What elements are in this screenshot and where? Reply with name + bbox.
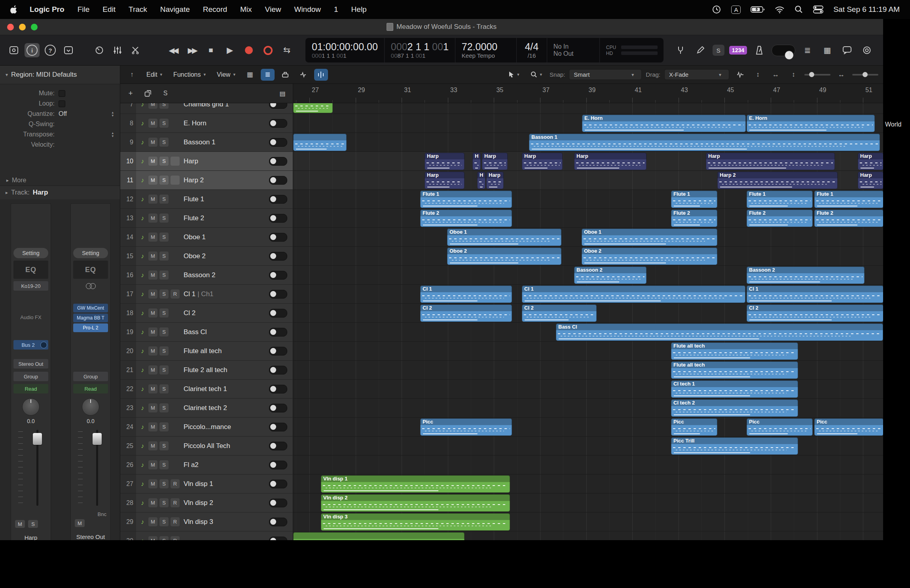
- pan-knob[interactable]: [82, 398, 99, 416]
- mute-button[interactable]: M: [148, 517, 157, 526]
- track-header-options-button[interactable]: ▤: [277, 88, 288, 98]
- solo-button[interactable]: S: [159, 422, 169, 431]
- track-header[interactable]: 16♪MSBassoon 2: [120, 266, 293, 285]
- track-lane[interactable]: Flute 2Flute 2Flute 2Flute 2: [293, 209, 883, 228]
- mute-button[interactable]: M: [148, 138, 157, 147]
- input-source-icon[interactable]: A: [731, 6, 741, 14]
- functions-menu-button[interactable]: Functions ▾: [170, 70, 209, 80]
- solo-mode-button[interactable]: S: [713, 45, 724, 56]
- midi-region[interactable]: Bass Cl: [556, 323, 883, 341]
- track-header[interactable]: 10♪MSHarp: [120, 152, 293, 171]
- track-lane[interactable]: Bassoon 2Bassoon 2: [293, 266, 883, 285]
- mute-button[interactable]: M: [148, 103, 157, 109]
- solo-button[interactable]: S: [159, 308, 169, 318]
- volume-fader[interactable]: [73, 429, 108, 507]
- track-header[interactable]: 14♪MSOboe 1: [120, 228, 293, 247]
- mute-button[interactable]: M: [148, 233, 157, 242]
- solo-button[interactable]: S: [159, 536, 169, 540]
- eq-thumbnail[interactable]: EQ: [13, 261, 48, 279]
- midi-region[interactable]: H: [472, 153, 481, 170]
- midi-region[interactable]: H: [477, 172, 485, 189]
- track-header[interactable]: 8♪MSE. Horn: [120, 114, 293, 133]
- track-inspector-header[interactable]: ▸ Track: Harp: [0, 185, 120, 199]
- track-on-toggle[interactable]: [269, 404, 287, 412]
- midi-region[interactable]: Harp: [486, 172, 504, 189]
- menu-clock[interactable]: Sat Sep 6 11:19 AM: [833, 5, 900, 14]
- battery-icon[interactable]: [751, 6, 765, 13]
- track-header[interactable]: 17♪MSRCl 1| Ch1: [120, 285, 293, 304]
- track-header[interactable]: 7♪MSChambis gnd 1: [120, 103, 293, 114]
- horizontal-auto-zoom-button[interactable]: ↔: [769, 69, 783, 81]
- midi-region[interactable]: Flute 2: [671, 210, 717, 227]
- midi-region[interactable]: [293, 134, 347, 151]
- track-lane[interactable]: Flute all tech: [293, 342, 883, 361]
- plugin-slot[interactable]: GW MixCent: [73, 304, 108, 312]
- track-on-toggle[interactable]: [269, 233, 287, 242]
- track-lane[interactable]: Cl tech 2: [293, 399, 883, 418]
- record-enable-button[interactable]: R: [171, 498, 180, 507]
- midi-region[interactable]: Harp: [574, 153, 646, 170]
- midi-region[interactable]: Picc: [814, 418, 883, 436]
- clear-solo-button[interactable]: S: [160, 88, 171, 98]
- midi-region[interactable]: Harp: [858, 153, 883, 170]
- midi-region[interactable]: E. Horn: [582, 115, 746, 132]
- midi-region[interactable]: Cl 1: [747, 285, 883, 303]
- track-on-toggle[interactable]: [269, 328, 287, 337]
- mute-button[interactable]: M: [148, 119, 157, 128]
- midi-region[interactable]: Cl 1: [420, 285, 512, 303]
- menu-item[interactable]: Edit: [102, 5, 116, 13]
- track-on-toggle[interactable]: [269, 347, 287, 355]
- track-lane[interactable]: E. HornE. Horn: [293, 114, 883, 133]
- track-on-toggle[interactable]: [269, 176, 287, 185]
- midi-region[interactable]: Bassoon 1: [529, 134, 880, 151]
- track-on-toggle[interactable]: [269, 442, 287, 450]
- play-button[interactable]: ▶: [222, 43, 237, 57]
- record-enable-button[interactable]: R: [171, 517, 180, 526]
- track-lane[interactable]: Oboe 1Oboe 1: [293, 228, 883, 247]
- rewind-button[interactable]: ◀◀: [165, 43, 180, 57]
- glue-tool-button[interactable]: [279, 69, 292, 81]
- list-view-button[interactable]: ≣: [261, 69, 275, 81]
- stepper-control[interactable]: ▴▾: [112, 131, 114, 138]
- track-on-toggle[interactable]: [269, 480, 287, 488]
- menu-item[interactable]: Record: [203, 5, 227, 13]
- strip-mute-button[interactable]: M: [15, 520, 25, 528]
- midi-region[interactable]: Cl 1: [522, 285, 745, 303]
- tuner-icon[interactable]: [673, 43, 688, 57]
- mute-button[interactable]: M: [148, 422, 157, 431]
- mute-button[interactable]: M: [148, 289, 157, 299]
- midi-region[interactable]: Oboe 1: [447, 229, 561, 246]
- catch-playhead-button[interactable]: ↑: [125, 69, 139, 81]
- track-on-toggle[interactable]: [269, 499, 287, 507]
- midi-region[interactable]: Harp: [425, 153, 464, 170]
- mute-button[interactable]: M: [148, 327, 157, 337]
- strip-name[interactable]: Stereo Out: [73, 533, 108, 540]
- plugin-slot[interactable]: Magma BB T: [73, 314, 108, 322]
- menu-item[interactable]: Navigate: [160, 5, 190, 13]
- menu-item[interactable]: Logic Pro: [30, 5, 64, 13]
- midi-region[interactable]: Picc: [671, 418, 717, 436]
- loop-browser-icon[interactable]: [859, 43, 874, 57]
- midi-region[interactable]: Oboe 2: [447, 248, 561, 265]
- mute-button[interactable]: M: [148, 441, 157, 450]
- mute-button[interactable]: M: [148, 251, 157, 261]
- track-on-toggle[interactable]: [269, 366, 287, 374]
- library-button[interactable]: [6, 43, 21, 57]
- midi-region[interactable]: Flute 2: [420, 210, 512, 227]
- group-slot[interactable]: Group: [73, 372, 108, 381]
- midi-region[interactable]: Bassoon 2: [574, 267, 646, 284]
- track-on-toggle[interactable]: [269, 385, 287, 393]
- lcd-signature-section[interactable]: 4/4 /16: [517, 38, 547, 62]
- track-lane[interactable]: Bass Cl: [293, 323, 883, 342]
- group-slot[interactable]: Group: [13, 372, 48, 381]
- mute-button[interactable]: M: [148, 157, 157, 166]
- lcd-locators-section[interactable]: 0002 1 1 001 0087 1 1 001: [385, 38, 455, 62]
- strip-mute-button[interactable]: M: [75, 519, 85, 527]
- track-lane[interactable]: Cl 2Cl 2Cl 2: [293, 304, 883, 323]
- track-on-toggle[interactable]: [269, 252, 287, 261]
- solo-button[interactable]: S: [159, 214, 169, 223]
- lcd-midi-section[interactable]: No In No Out: [547, 38, 600, 62]
- record-button[interactable]: [241, 43, 256, 57]
- midi-region[interactable]: Bassoon 2: [747, 267, 864, 284]
- track-header[interactable]: 22♪MSClarinet tech 1: [120, 380, 293, 399]
